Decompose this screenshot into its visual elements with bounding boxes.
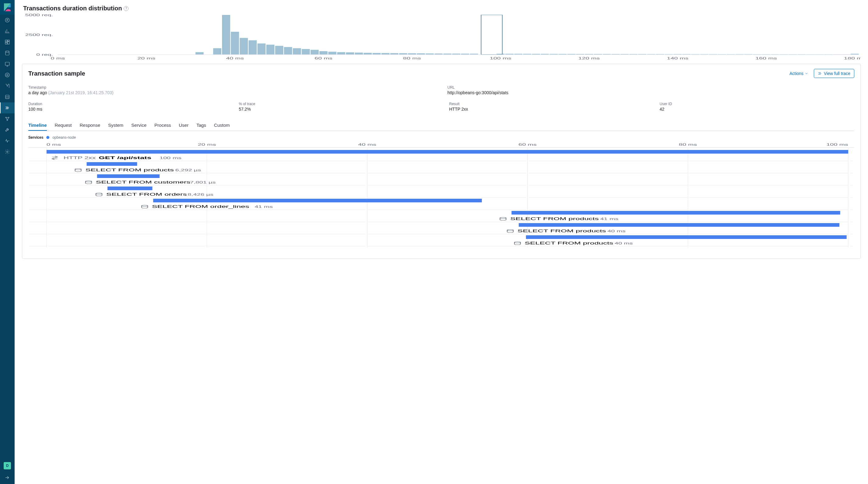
svg-text:100 ms: 100 ms: [490, 56, 512, 60]
nav-discover-icon[interactable]: [0, 15, 14, 26]
svg-rect-44: [346, 52, 354, 55]
svg-text:6,292 µs: 6,292 µs: [176, 168, 201, 172]
svg-rect-137: [153, 199, 482, 202]
services-label: Services: [28, 135, 43, 140]
svg-rect-4: [5, 42, 7, 44]
svg-rect-52: [417, 53, 425, 55]
svg-point-143: [500, 217, 506, 219]
svg-text:120 ms: 120 ms: [578, 56, 600, 60]
svg-text:20 ms: 20 ms: [137, 56, 155, 60]
kibana-logo[interactable]: [0, 0, 14, 15]
svg-text:160 ms: 160 ms: [755, 56, 777, 60]
svg-rect-132: [107, 187, 152, 190]
service-name: opbeans-node: [52, 135, 76, 140]
svg-rect-46: [364, 53, 372, 55]
svg-text:180 ms: 180 ms: [844, 56, 861, 60]
svg-rect-5: [5, 51, 9, 55]
service-color-dot: [46, 136, 49, 139]
nav-dashboard-icon[interactable]: [0, 36, 14, 48]
nav-timelion-icon[interactable]: [0, 48, 14, 59]
svg-text:140 ms: 140 ms: [667, 56, 688, 60]
svg-text:40 ms: 40 ms: [615, 241, 633, 245]
svg-text:0 req.: 0 req.: [36, 53, 53, 57]
svg-rect-33: [249, 40, 257, 55]
chevron-down-icon: [805, 72, 808, 75]
svg-text:60 ms: 60 ms: [518, 143, 537, 147]
svg-rect-49: [390, 53, 398, 55]
svg-rect-2: [8, 40, 9, 41]
nav-apm-icon[interactable]: [0, 103, 14, 113]
duration-label: Duration: [28, 102, 226, 106]
view-full-trace-button[interactable]: View full trace: [814, 69, 854, 78]
svg-rect-117: [46, 150, 848, 153]
svg-rect-37: [284, 47, 292, 55]
svg-point-148: [507, 229, 513, 231]
timeline-waterfall[interactable]: 0 ms20 ms40 ms60 ms80 ms100 msHTTP 2xxGE…: [28, 141, 854, 251]
tab-custom[interactable]: Custom: [214, 119, 230, 131]
svg-rect-122: [87, 162, 137, 166]
tab-user[interactable]: User: [179, 119, 188, 131]
svg-rect-147: [519, 223, 839, 227]
svg-point-133: [96, 193, 102, 194]
svg-text:SELECT FROM products: SELECT FROM products: [525, 241, 613, 245]
svg-rect-34: [257, 44, 266, 55]
svg-rect-1: [5, 40, 7, 42]
svg-rect-53: [426, 53, 434, 55]
svg-rect-40: [311, 50, 319, 55]
svg-text:GET /api/stats: GET /api/stats: [99, 155, 151, 160]
svg-rect-30: [222, 15, 230, 55]
svg-rect-47: [372, 53, 381, 55]
svg-rect-29: [213, 48, 221, 55]
tab-service[interactable]: Service: [131, 119, 147, 131]
nav-infra-icon[interactable]: [0, 91, 14, 103]
tabs: TimelineRequestResponseSystemServiceProc…: [28, 119, 854, 131]
svg-text:20 ms: 20 ms: [198, 143, 216, 147]
collapse-sidebar-icon[interactable]: [5, 475, 10, 482]
trace-icon: [818, 71, 822, 76]
nav-maps-icon[interactable]: [0, 69, 14, 81]
chart-title: Transactions duration distribution ?: [23, 5, 861, 12]
svg-text:80 ms: 80 ms: [679, 143, 697, 147]
svg-text:SELECT FROM customers: SELECT FROM customers: [96, 180, 191, 184]
svg-rect-27: [195, 52, 204, 55]
svg-text:40 ms: 40 ms: [358, 143, 376, 147]
svg-text:8,426 µs: 8,426 µs: [188, 193, 214, 197]
transaction-sample-panel: Transaction sample Actions View full tra…: [22, 64, 861, 259]
nav-canvas-icon[interactable]: [0, 59, 14, 69]
nav-visualize-icon[interactable]: [0, 26, 14, 36]
svg-rect-3: [8, 42, 9, 44]
nav-management-icon[interactable]: [0, 146, 14, 157]
svg-point-12: [7, 120, 8, 121]
svg-text:41 ms: 41 ms: [600, 217, 619, 221]
tab-tags[interactable]: Tags: [196, 119, 206, 131]
svg-text:SELECT FROM products: SELECT FROM products: [518, 229, 606, 233]
tab-system[interactable]: System: [108, 119, 123, 131]
histogram-chart[interactable]: 0 req.2500 req.5000 req.0 ms20 ms40 ms60…: [22, 13, 861, 61]
main-content: Transactions duration distribution ? 0 r…: [14, 0, 868, 484]
result-label: Result: [449, 102, 648, 106]
svg-rect-6: [5, 62, 9, 65]
nav-monitoring-icon[interactable]: [0, 135, 14, 146]
svg-rect-32: [240, 38, 248, 55]
tab-request[interactable]: Request: [55, 119, 72, 131]
tab-timeline[interactable]: Timeline: [28, 119, 47, 131]
svg-point-7: [5, 73, 9, 77]
nav-graph-icon[interactable]: [0, 113, 14, 124]
svg-rect-48: [381, 53, 390, 55]
svg-point-8: [7, 74, 8, 76]
url-label: URL: [447, 85, 854, 90]
avatar[interactable]: D: [4, 462, 11, 469]
svg-rect-31: [231, 32, 239, 55]
nav-ml-icon[interactable]: [0, 81, 14, 91]
tab-process[interactable]: Process: [154, 119, 171, 131]
nav-devtools-icon[interactable]: [0, 124, 14, 135]
actions-dropdown[interactable]: Actions: [789, 71, 808, 76]
timestamp-value: a day ago (January 21st 2019, 16:41:25.7…: [28, 90, 435, 95]
help-icon[interactable]: ?: [124, 6, 128, 11]
svg-rect-127: [97, 174, 160, 178]
sidebar: D: [0, 0, 14, 484]
tab-response[interactable]: Response: [80, 119, 100, 131]
svg-rect-43: [337, 52, 345, 55]
svg-text:SELECT FROM orders: SELECT FROM orders: [106, 192, 187, 197]
url-value: http://opbeans-go:3000/api/stats: [447, 90, 854, 95]
